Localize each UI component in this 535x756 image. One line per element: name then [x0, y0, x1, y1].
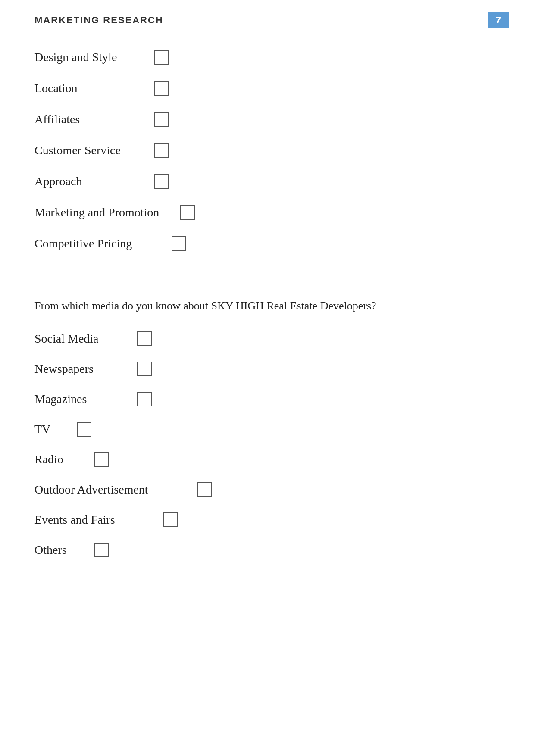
location-checkbox[interactable] [154, 81, 169, 96]
list-item: Social Media [34, 331, 501, 346]
list-item: Outdoor Advertisement [34, 482, 501, 497]
list-item: Affiliates [34, 112, 501, 127]
radio-label: Radio [34, 453, 86, 466]
outdoor-advertisement-checkbox[interactable] [197, 482, 212, 497]
others-checkbox[interactable] [94, 543, 109, 557]
tv-label: TV [34, 422, 69, 436]
list-item: Magazines [34, 392, 501, 406]
radio-checkbox[interactable] [94, 452, 109, 467]
tv-checkbox[interactable] [77, 422, 91, 437]
competitive-pricing-label: Competitive Pricing [34, 237, 164, 250]
approach-label: Approach [34, 175, 147, 188]
newspapers-label: Newspapers [34, 362, 129, 376]
list-item: Others [34, 543, 501, 557]
checklist-section: Design and Style Location Affiliates Cus… [34, 50, 501, 251]
events-and-fairs-label: Events and Fairs [34, 513, 155, 527]
list-item: Customer Service [34, 143, 501, 158]
customer-service-checkbox[interactable] [154, 143, 169, 158]
section-divider [34, 267, 501, 293]
page-title: MARKETING RESEARCH [34, 15, 163, 26]
approach-checkbox[interactable] [154, 174, 169, 189]
magazines-label: Magazines [34, 392, 129, 406]
list-item: Events and Fairs [34, 512, 501, 527]
others-label: Others [34, 543, 86, 557]
content-area: Design and Style Location Affiliates Cus… [0, 37, 535, 590]
design-and-style-checkbox[interactable] [154, 50, 169, 65]
list-item: TV [34, 422, 501, 437]
marketing-and-promotion-label: Marketing and Promotion [34, 206, 172, 219]
list-item: Design and Style [34, 50, 501, 65]
media-question: From which media do you know about SKY H… [34, 297, 501, 314]
list-item: Newspapers [34, 362, 501, 376]
magazines-checkbox[interactable] [137, 392, 152, 406]
affiliates-label: Affiliates [34, 112, 147, 126]
media-section: From which media do you know about SKY H… [34, 297, 501, 557]
newspapers-checkbox[interactable] [137, 362, 152, 376]
list-item: Radio [34, 452, 501, 467]
customer-service-label: Customer Service [34, 144, 147, 157]
page-number: 7 [488, 12, 509, 28]
page-header: MARKETING RESEARCH 7 [0, 0, 535, 37]
affiliates-checkbox[interactable] [154, 112, 169, 127]
list-item: Competitive Pricing [34, 236, 501, 251]
social-media-label: Social Media [34, 332, 129, 346]
location-label: Location [34, 81, 147, 95]
list-item: Location [34, 81, 501, 96]
marketing-and-promotion-checkbox[interactable] [180, 205, 195, 220]
list-item: Approach [34, 174, 501, 189]
list-item: Marketing and Promotion [34, 205, 501, 220]
competitive-pricing-checkbox[interactable] [172, 236, 186, 251]
events-and-fairs-checkbox[interactable] [163, 512, 178, 527]
design-and-style-label: Design and Style [34, 50, 147, 64]
outdoor-advertisement-label: Outdoor Advertisement [34, 483, 190, 497]
social-media-checkbox[interactable] [137, 331, 152, 346]
